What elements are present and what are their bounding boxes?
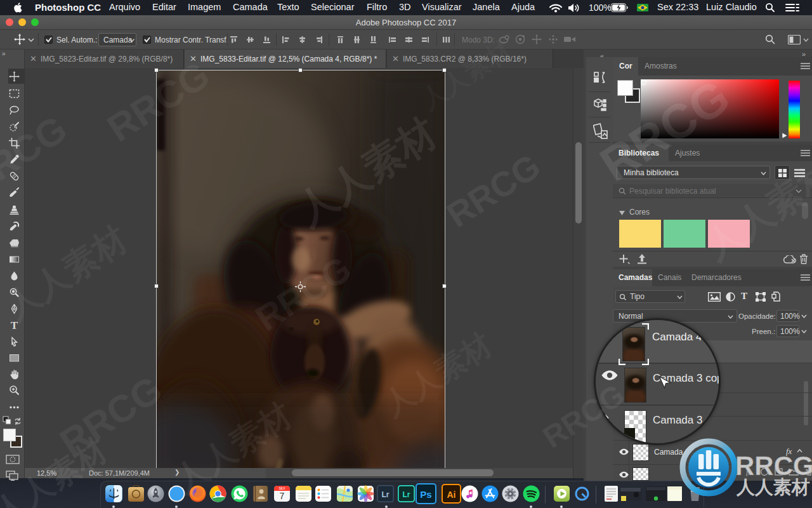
svg-text:T: T — [11, 320, 18, 331]
svg-text:Lr: Lr — [382, 490, 390, 499]
svg-text:Ps: Ps — [420, 489, 431, 500]
svg-text:7: 7 — [280, 491, 285, 501]
svg-text:Ai: Ai — [447, 490, 456, 500]
svg-text:Lr: Lr — [403, 490, 410, 499]
svg-text:SEX: SEX — [278, 486, 285, 490]
svg-text:RRCG: RRCG — [735, 451, 812, 481]
svg-text:人人素材: 人人素材 — [736, 477, 810, 497]
